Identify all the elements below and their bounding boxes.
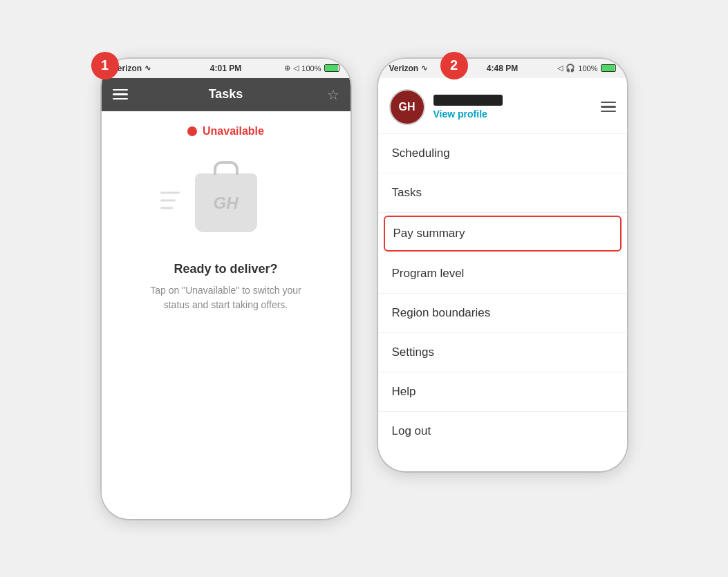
status-text: Unavailable xyxy=(203,125,264,138)
profile-name-redacted xyxy=(433,95,503,106)
gh-bag-illustration: GH xyxy=(181,165,271,241)
menu-item-tasks[interactable]: Tasks xyxy=(378,173,627,213)
phone-1: Verizon ∿ 4:01 PM ⊕ ◁ 100% → xyxy=(102,59,351,519)
headphone-icon: 🎧 xyxy=(566,64,575,73)
drawer-menu-list: Scheduling Tasks Pay summary Program lev… xyxy=(378,134,627,451)
nav-star-icon: ☆ xyxy=(327,86,339,103)
menu-item-settings[interactable]: Settings xyxy=(378,333,627,372)
speed-lines xyxy=(160,191,180,214)
wifi-icon-1: ∿ xyxy=(144,64,151,73)
bag-shape: GH xyxy=(195,173,257,232)
phone2-bottom xyxy=(378,451,627,471)
phone-2: Verizon ∿ 4:48 PM ◁ 🎧 100% GH xyxy=(378,59,627,471)
menu-item-help[interactable]: Help xyxy=(378,372,627,412)
carrier-2: Verizon ∿ xyxy=(389,64,428,73)
battery-bar-2 xyxy=(601,64,616,72)
nav-icon-2: ◁ xyxy=(557,64,563,73)
time-2: 4:48 PM xyxy=(487,64,518,73)
delivery-illustration: GH xyxy=(181,165,271,241)
wifi-icon-2: ∿ xyxy=(421,64,427,73)
view-profile-link[interactable]: View profile xyxy=(433,108,503,120)
status-bar-1: Verizon ∿ 4:01 PM ⊕ ◁ 100% xyxy=(102,59,351,78)
nav-bar-1: → Tasks ☆ xyxy=(102,78,351,111)
battery-bar-1 xyxy=(324,64,339,72)
bag-initials: GH xyxy=(214,193,239,213)
status-bar-2: Verizon ∿ 4:48 PM ◁ 🎧 100% xyxy=(378,59,627,78)
hamburger-button-2[interactable] xyxy=(601,102,616,113)
menu-item-pay-summary[interactable]: Pay summary xyxy=(384,216,622,252)
ready-description: Tap on "Unavailable" to switch your stat… xyxy=(150,283,302,312)
menu-item-log-out[interactable]: Log out xyxy=(378,412,627,451)
status-indicator[interactable]: Unavailable xyxy=(187,125,264,138)
battery-1: 100% xyxy=(301,64,321,73)
status-right-1: ⊕ ◁ 100% xyxy=(284,64,339,73)
menu-item-scheduling[interactable]: Scheduling xyxy=(378,134,627,173)
menu-item-region-boundaries[interactable]: Region boundaries xyxy=(378,294,627,333)
drawer-header: GH View profile xyxy=(378,78,627,134)
nav-title-1: Tasks xyxy=(209,87,243,102)
time-1: 4:01 PM xyxy=(210,64,241,73)
profile-area: GH View profile xyxy=(389,89,503,125)
bag-handle xyxy=(214,161,239,175)
step-badge-2: 2 xyxy=(440,52,468,79)
profile-info: View profile xyxy=(433,95,503,120)
phone1-bottom xyxy=(102,498,351,519)
menu-item-program-level[interactable]: Program level xyxy=(378,254,627,294)
status-right-2: ◁ 🎧 100% xyxy=(557,64,615,73)
ready-title: Ready to deliver? xyxy=(174,262,277,276)
avatar: GH xyxy=(389,89,425,125)
status-dot xyxy=(187,126,197,136)
hamburger-button-1[interactable] xyxy=(113,89,128,100)
phone1-main-content: Unavailable GH Ready to deliver xyxy=(102,111,351,498)
battery-2: 100% xyxy=(578,64,597,73)
location-icon-1: ⊕ xyxy=(284,64,290,73)
nav-icon-1: ◁ xyxy=(293,64,299,73)
step-badge-1: 1 xyxy=(91,52,119,79)
